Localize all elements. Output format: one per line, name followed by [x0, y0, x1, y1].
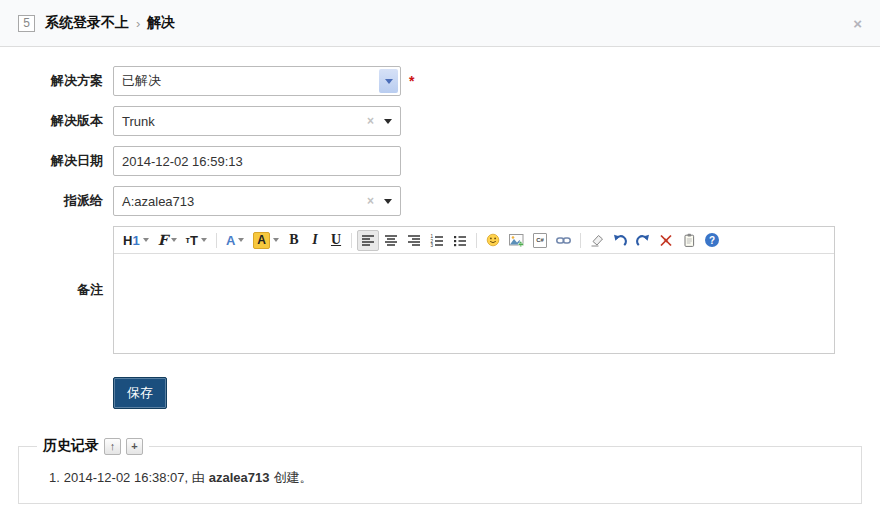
toolbar-separator — [351, 233, 352, 248]
svg-text:3: 3 — [431, 242, 434, 246]
ordered-list-icon: 123 — [430, 234, 444, 247]
help-icon: ? — [705, 233, 719, 247]
resolution-row: 解决方案 已解决 * — [18, 66, 880, 96]
unordered-list-icon — [453, 234, 467, 247]
toolbar-separator — [476, 233, 477, 248]
redo-button[interactable] — [632, 230, 654, 251]
font-size-button[interactable]: тT — [182, 230, 211, 251]
history-section: 历史记录 ↑ + 1.2014-12-02 16:38:07, 由azalea7… — [18, 437, 862, 504]
resolved-build-value: Trunk — [122, 114, 155, 129]
plus-icon: + — [131, 440, 137, 452]
page-action-title: 解决 — [147, 14, 175, 32]
font-family-button[interactable]: F — [154, 230, 181, 251]
undo-arrow-icon — [613, 234, 627, 247]
fullscreen-button[interactable] — [655, 230, 677, 251]
assigned-to-value: A:azalea713 — [122, 194, 194, 209]
resolved-date-input[interactable] — [113, 146, 401, 176]
align-right-button[interactable] — [403, 230, 425, 251]
chevron-down-icon — [238, 238, 244, 242]
smiley-icon — [486, 233, 500, 247]
chevron-down-icon — [201, 238, 207, 242]
image-icon — [509, 234, 524, 247]
resolved-build-label: 解决版本 — [18, 112, 103, 130]
toolbar-separator — [216, 233, 217, 248]
history-entry-suffix: 创建。 — [274, 470, 313, 485]
chevron-down-icon — [143, 238, 149, 242]
history-entry: 1.2014-12-02 16:38:07, 由azalea713创建。 — [35, 469, 845, 487]
align-center-button[interactable] — [380, 230, 402, 251]
help-button[interactable]: ? — [701, 230, 723, 251]
chevron-down-icon[interactable] — [384, 199, 392, 204]
required-mark: * — [409, 73, 414, 89]
rich-text-editor: H1 F тT A A B I — [113, 226, 835, 354]
text-color-button[interactable]: A — [222, 230, 248, 251]
remove-format-button[interactable] — [586, 230, 608, 251]
resolved-date-row: 解决日期 — [18, 146, 880, 176]
unordered-list-button[interactable] — [449, 230, 471, 251]
select-dropdown-icon[interactable] — [379, 69, 398, 93]
align-center-icon — [384, 234, 398, 247]
collapse-history-button[interactable]: ↑ — [104, 438, 121, 455]
bold-button[interactable]: B — [284, 230, 304, 251]
resolution-value: 已解决 — [122, 72, 161, 90]
comment-editor-body[interactable] — [114, 254, 834, 353]
toolbar-separator — [580, 233, 581, 248]
assigned-to-combo[interactable]: A:azalea713 × — [113, 186, 401, 216]
clear-icon[interactable]: × — [367, 115, 374, 127]
history-entry-index: 1. — [49, 470, 60, 485]
resolution-select[interactable]: 已解决 — [113, 66, 401, 96]
code-document-icon: C# — [533, 233, 547, 248]
align-left-button[interactable] — [357, 230, 379, 251]
chevron-down-icon — [171, 238, 177, 242]
resolve-bug-form: 解决方案 已解决 * 解决版本 Trunk × 解决日期 指派给 A:azale… — [0, 47, 880, 409]
italic-button[interactable]: I — [305, 230, 325, 251]
history-entry-time: 2014-12-02 16:38:07, 由 — [64, 470, 205, 485]
comment-label: 备注 — [18, 281, 103, 299]
assigned-to-label: 指派给 — [18, 192, 103, 210]
assigned-to-row: 指派给 A:azalea713 × — [18, 186, 880, 216]
resolved-build-combo[interactable]: Trunk × — [113, 106, 401, 136]
insert-code-button[interactable]: C# — [529, 230, 551, 251]
history-entry-user: azalea713 — [209, 470, 270, 485]
arrow-up-icon: ↑ — [110, 440, 116, 452]
redo-arrow-icon — [636, 234, 650, 247]
align-right-icon — [407, 234, 421, 247]
link-chain-icon — [556, 234, 571, 247]
clear-icon[interactable]: × — [367, 195, 374, 207]
align-left-icon — [361, 234, 375, 247]
paste-button[interactable] — [678, 230, 700, 251]
bug-title: 系统登录不上 — [45, 14, 129, 32]
chevron-down-icon[interactable] — [384, 119, 392, 124]
resolved-build-row: 解决版本 Trunk × — [18, 106, 880, 136]
editor-toolbar: H1 F тT A A B I — [114, 227, 834, 254]
resolution-label: 解决方案 — [18, 72, 103, 90]
emoticon-button[interactable] — [482, 230, 504, 251]
insert-link-button[interactable] — [552, 230, 575, 251]
save-button[interactable]: 保存 — [113, 377, 167, 409]
heading-button[interactable]: H1 — [119, 230, 153, 251]
add-comment-button[interactable]: + — [126, 438, 143, 455]
history-title: 历史记录 — [43, 437, 99, 455]
history-legend: 历史记录 ↑ + — [37, 437, 149, 455]
underline-button[interactable]: U — [326, 230, 346, 251]
highlight-color-button[interactable]: A — [249, 230, 283, 251]
comment-row: 备注 H1 F тT A A B — [18, 226, 880, 354]
chevron-down-icon — [273, 238, 279, 242]
dialog-titlebar: 5 系统登录不上 › 解决 × — [0, 0, 880, 47]
resolved-date-label: 解决日期 — [18, 152, 103, 170]
bug-id-badge: 5 — [18, 15, 35, 32]
close-icon[interactable]: × — [853, 16, 862, 31]
fullscreen-arrows-icon — [659, 234, 673, 247]
eraser-icon — [590, 233, 604, 247]
breadcrumb-separator: › — [136, 16, 140, 31]
clipboard-icon — [682, 233, 696, 247]
insert-image-button[interactable] — [505, 230, 528, 251]
ordered-list-button[interactable]: 123 — [426, 230, 448, 251]
undo-button[interactable] — [609, 230, 631, 251]
